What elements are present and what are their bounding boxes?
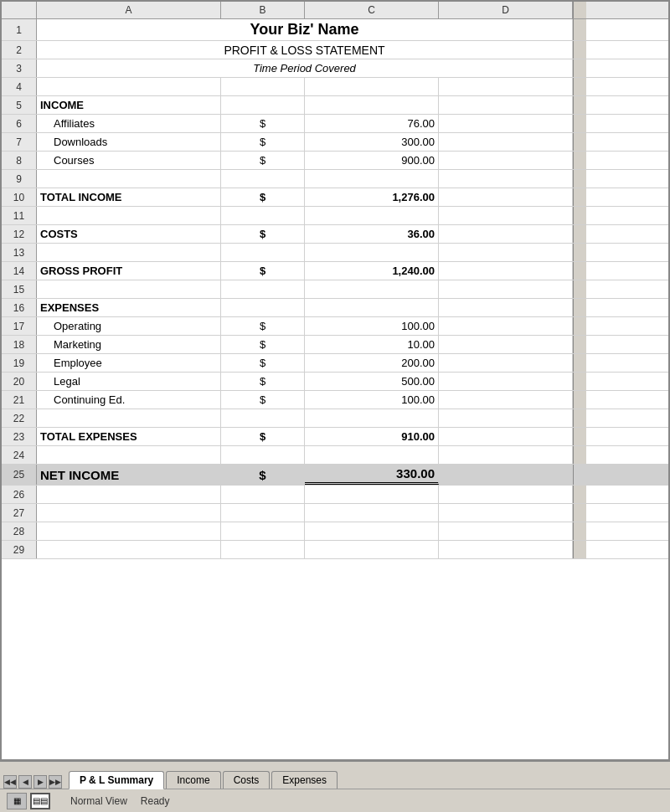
- row-num-28: 28: [2, 522, 37, 540]
- cell-21b-dollar: $: [221, 391, 305, 409]
- tab-pl-summary[interactable]: P & L Summary: [69, 771, 164, 789]
- view-icon-page[interactable]: ▤▤: [30, 793, 50, 809]
- cell-9d: [439, 170, 573, 188]
- cell-4a: [37, 78, 221, 95]
- row-num-22: 22: [2, 409, 37, 427]
- cell-15c: [305, 280, 439, 298]
- tab-income[interactable]: Income: [166, 771, 220, 789]
- tab-nav-prev[interactable]: ◀: [18, 775, 32, 789]
- cell-20d: [439, 373, 573, 390]
- row-num-3: 3: [2, 59, 37, 77]
- table-row: 16 EXPENSES: [2, 299, 668, 317]
- cell-18d: [439, 336, 573, 353]
- cell-19d: [439, 354, 573, 372]
- table-row: 13: [2, 244, 668, 262]
- cell-23b-dollar: $: [221, 428, 305, 445]
- cell-28d: [439, 522, 573, 540]
- cell-11b: [221, 207, 305, 224]
- scrollbar-side: [573, 299, 586, 316]
- tab-nav-next[interactable]: ▶: [34, 775, 47, 789]
- scrollbar-side: [573, 96, 586, 114]
- cell-29b: [221, 541, 305, 558]
- row-num-8: 8: [2, 152, 37, 169]
- cell-affiliates-amount: 76.00: [305, 115, 439, 132]
- col-header-d: D: [439, 2, 573, 18]
- cell-employee-label: Employee: [37, 354, 221, 372]
- cell-19b-dollar: $: [221, 354, 305, 372]
- row-num-24: 24: [2, 446, 37, 464]
- row-num-29: 29: [2, 541, 37, 558]
- scrollbar-side: [573, 522, 586, 540]
- scrollbar-side: [573, 78, 586, 95]
- table-row: 2 PROFIT & LOSS STATEMENT: [2, 41, 668, 59]
- cell-22d: [439, 409, 573, 427]
- tab-navigation[interactable]: ◀◀ ◀ ▶ ▶▶: [3, 775, 62, 789]
- cell-expenses-label: EXPENSES: [37, 299, 221, 316]
- cell-marketing-amount: 10.00: [305, 336, 439, 353]
- status-bar: ▦ ▤▤ Normal View Ready: [0, 789, 670, 812]
- cell-net-income-label: NET INCOME: [37, 465, 221, 485]
- table-row: 5 INCOME: [2, 96, 668, 115]
- tab-costs[interactable]: Costs: [223, 771, 271, 789]
- cell-17b-dollar: $: [221, 317, 305, 335]
- view-icon-normal[interactable]: ▦: [7, 793, 27, 809]
- row-num-12: 12: [2, 225, 37, 243]
- cell-11a: [37, 207, 221, 224]
- cell-marketing-label: Marketing: [37, 336, 221, 353]
- row-num-11: 11: [2, 207, 37, 224]
- row-num-13: 13: [2, 244, 37, 261]
- cell-subtitle: PROFIT & LOSS STATEMENT: [37, 41, 573, 59]
- cell-27a: [37, 504, 221, 522]
- cell-5d: [439, 96, 573, 114]
- scrollbar-side: [573, 504, 586, 522]
- row-num-7: 7: [2, 133, 37, 151]
- tab-nav-first[interactable]: ◀◀: [3, 775, 17, 789]
- scrollbar-top: [573, 2, 586, 18]
- cell-22b: [221, 409, 305, 427]
- cell-28a: [37, 522, 221, 540]
- view-icons[interactable]: ▦ ▤▤: [7, 793, 50, 809]
- cell-16d: [439, 299, 573, 316]
- bottom-bar: ◀◀ ◀ ▶ ▶▶ P & L Summary Income Costs Exp…: [0, 761, 670, 812]
- scrollbar-side: [573, 133, 586, 151]
- cell-4b: [221, 78, 305, 95]
- cell-10b-dollar: $: [221, 188, 305, 206]
- cell-28c: [305, 522, 439, 540]
- cell-total-expenses-amount: 910.00: [305, 428, 439, 445]
- cell-24d: [439, 446, 573, 464]
- col-header-b: B: [221, 2, 305, 18]
- tab-nav-last[interactable]: ▶▶: [49, 775, 62, 789]
- tab-expenses[interactable]: Expenses: [271, 771, 338, 789]
- table-row: 12 COSTS $ 36.00: [2, 225, 668, 244]
- cell-27b: [221, 504, 305, 522]
- cell-7b-dollar: $: [221, 133, 305, 151]
- table-row: 9: [2, 170, 668, 188]
- table-row: 14 GROSS PROFIT $ 1,240.00: [2, 262, 668, 280]
- scrollbar-side: [573, 317, 586, 335]
- row-num-2: 2: [2, 41, 37, 59]
- cell-9c: [305, 170, 439, 188]
- cell-23d: [439, 428, 573, 445]
- cell-11c: [305, 207, 439, 224]
- table-row: 4: [2, 78, 668, 96]
- cell-14b-dollar: $: [221, 262, 305, 280]
- table-row: 24: [2, 446, 668, 465]
- scrollbar-side: [573, 170, 586, 188]
- grid-body[interactable]: 1 Your Biz' Name 2 PROFIT & LOSS STATEME…: [2, 19, 668, 759]
- table-row: 23 TOTAL EXPENSES $ 910.00: [2, 428, 668, 446]
- cell-16c: [305, 299, 439, 316]
- cell-13c: [305, 244, 439, 261]
- cell-continuing-ed-amount: 100.00: [305, 391, 439, 409]
- cell-28b: [221, 522, 305, 540]
- table-row: 22: [2, 409, 668, 428]
- spreadsheet: A B C D 1 Your Biz' Name 2 PROFIT & LOSS…: [0, 0, 670, 761]
- cell-13d: [439, 244, 573, 261]
- row-num-23: 23: [2, 428, 37, 445]
- row-num-10: 10: [2, 188, 37, 206]
- table-row: 6 Affiliates $ 76.00: [2, 115, 668, 133]
- col-header-a: A: [37, 2, 221, 18]
- cell-total-expenses-label: TOTAL EXPENSES: [37, 428, 221, 445]
- cell-6b-dollar: $: [221, 115, 305, 132]
- scrollbar-side: [573, 541, 586, 558]
- scrollbar-side: [573, 244, 586, 261]
